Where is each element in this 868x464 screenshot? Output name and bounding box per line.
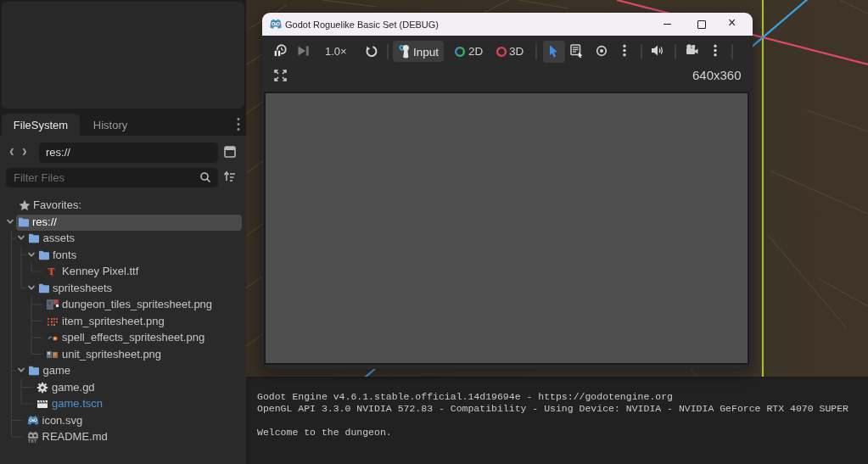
svg-text:T: T bbox=[48, 266, 54, 277]
svg-text:TXT: TXT bbox=[28, 439, 37, 443]
